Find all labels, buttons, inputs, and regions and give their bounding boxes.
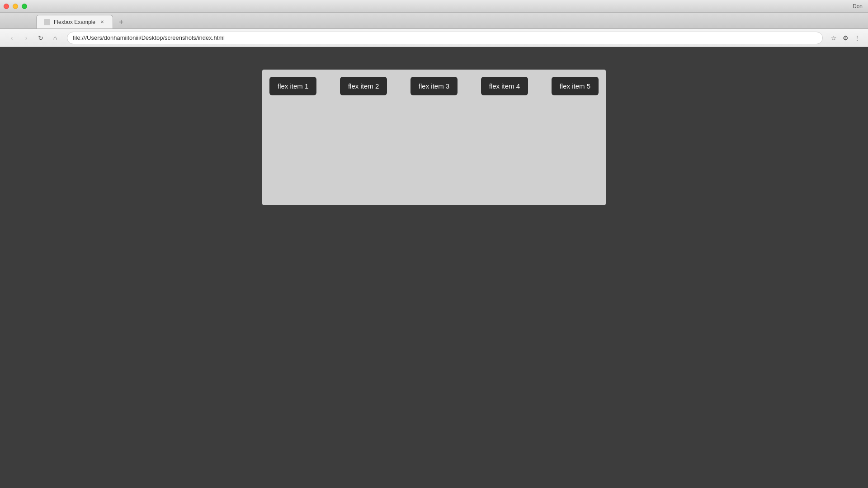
flex-item-3: flex item 3 — [410, 77, 458, 95]
tab-title: Flexbox Example — [54, 19, 95, 25]
flex-item-4: flex item 4 — [481, 77, 528, 95]
back-button[interactable]: ‹ — [5, 32, 18, 44]
traffic-lights — [4, 4, 27, 9]
flex-item-2: flex item 2 — [340, 77, 387, 95]
tab-favicon — [44, 19, 50, 25]
user-name: Don — [853, 3, 863, 9]
flex-container: flex item 1flex item 2flex item 3flex it… — [262, 70, 606, 205]
forward-button[interactable]: › — [20, 32, 33, 44]
flex-item-5: flex item 5 — [552, 77, 599, 95]
bookmark-icon[interactable]: ☆ — [828, 33, 839, 43]
tab-close-button[interactable]: ✕ — [99, 19, 105, 25]
browser-window: Don Flexbox Example ✕ + ‹ › ↻ ⌂ ☆ ⚙ ⋮ — [0, 0, 868, 488]
address-bar[interactable] — [73, 34, 817, 41]
tab-bar: Flexbox Example ✕ + — [0, 13, 868, 29]
page-content: flex item 1flex item 2flex item 3flex it… — [0, 47, 868, 488]
title-bar: Don — [0, 0, 868, 13]
home-button[interactable]: ⌂ — [49, 32, 61, 44]
flex-item-1: flex item 1 — [269, 77, 316, 95]
menu-icon[interactable]: ⋮ — [852, 33, 863, 43]
extensions-icon[interactable]: ⚙ — [840, 33, 851, 43]
maximize-button[interactable] — [22, 4, 27, 9]
reload-button[interactable]: ↻ — [34, 32, 47, 44]
toolbar: ‹ › ↻ ⌂ ☆ ⚙ ⋮ — [0, 29, 868, 47]
minimize-button[interactable] — [13, 4, 18, 9]
active-tab[interactable]: Flexbox Example ✕ — [36, 15, 113, 28]
new-tab-button[interactable]: + — [115, 16, 127, 28]
toolbar-icons: ☆ ⚙ ⋮ — [828, 33, 863, 43]
address-bar-container[interactable] — [67, 32, 823, 44]
close-button[interactable] — [4, 4, 9, 9]
